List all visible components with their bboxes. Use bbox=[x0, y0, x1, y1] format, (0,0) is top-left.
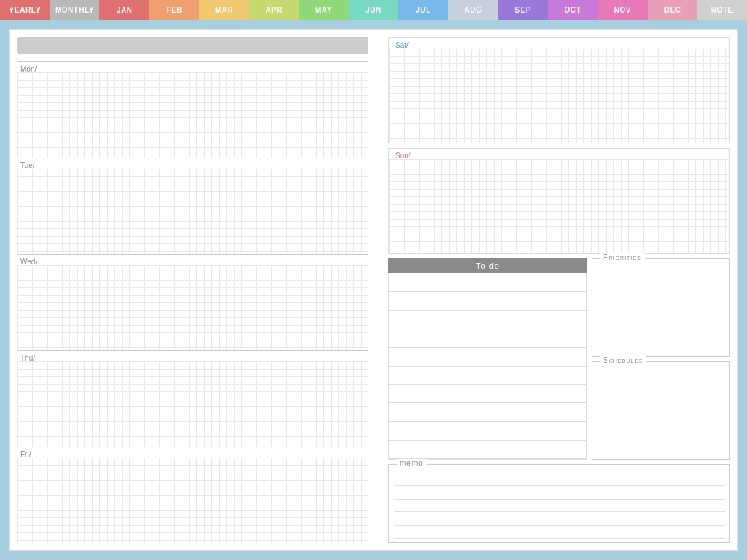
todo-line[interactable] bbox=[389, 403, 586, 422]
sun-section: Sun/ bbox=[388, 148, 730, 254]
todo-line[interactable] bbox=[389, 367, 586, 385]
tab-yearly[interactable]: YEARLY bbox=[0, 0, 50, 20]
tab-jan[interactable]: JAN bbox=[99, 0, 149, 20]
days-container: Mon/Tue/Wed/Thu/Fri/ bbox=[17, 61, 368, 543]
day-section-fri: Fri/ bbox=[17, 447, 368, 543]
todo-line[interactable] bbox=[389, 273, 586, 292]
memo-line[interactable] bbox=[394, 473, 725, 486]
todo-line[interactable] bbox=[389, 292, 586, 311]
memo-lines bbox=[389, 465, 729, 542]
tab-monthly[interactable]: MONTHLY bbox=[50, 0, 100, 20]
sat-label: Sat/ bbox=[392, 40, 412, 51]
priorities-label: Priorities bbox=[600, 253, 645, 261]
day-grid[interactable] bbox=[17, 72, 368, 158]
day-grid[interactable] bbox=[17, 458, 368, 543]
right-boxes: Priorities Schedules bbox=[592, 258, 730, 460]
day-section-thu: Thu/ bbox=[17, 350, 368, 447]
day-grid[interactable] bbox=[17, 361, 368, 447]
tab-oct[interactable]: OCT bbox=[548, 0, 598, 20]
day-label: Mon/ bbox=[19, 63, 38, 73]
memo-line[interactable] bbox=[394, 486, 725, 500]
tab-mar[interactable]: MAR bbox=[199, 0, 249, 20]
tab-feb[interactable]: FEB bbox=[149, 0, 199, 20]
todo-lines bbox=[388, 273, 587, 460]
tab-sep[interactable]: SEP bbox=[498, 0, 548, 20]
day-grid[interactable] bbox=[17, 265, 368, 350]
left-panel: Mon/Tue/Wed/Thu/Fri/ bbox=[17, 37, 376, 543]
priorities-box[interactable]: Priorities bbox=[592, 258, 730, 357]
day-grid[interactable] bbox=[17, 169, 368, 254]
right-panel: Sat/ Sun/ To do bbox=[388, 37, 730, 543]
todo-line[interactable] bbox=[389, 422, 586, 441]
bottom-right: To do Priorities bbox=[388, 258, 730, 460]
tab-apr[interactable]: APR bbox=[249, 0, 299, 20]
memo-line[interactable] bbox=[394, 526, 725, 539]
memo-label: memo bbox=[397, 459, 427, 467]
todo-line[interactable] bbox=[389, 441, 586, 459]
tab-may[interactable]: MAY bbox=[299, 0, 349, 20]
tab-aug[interactable]: AUG bbox=[448, 0, 498, 20]
day-section-mon: Mon/ bbox=[17, 61, 368, 158]
todo-line[interactable] bbox=[389, 385, 586, 403]
day-label: Thu/ bbox=[19, 352, 37, 362]
day-section-wed: Wed/ bbox=[17, 254, 368, 350]
memo-section[interactable]: memo bbox=[388, 464, 730, 543]
tab-dec[interactable]: DEC bbox=[648, 0, 698, 20]
todo-line[interactable] bbox=[389, 329, 586, 348]
todo-section: To do bbox=[388, 258, 587, 460]
day-label: Fri/ bbox=[19, 449, 32, 458]
tab-nov[interactable]: NOV bbox=[598, 0, 648, 20]
day-section-tue: Tue/ bbox=[17, 158, 368, 254]
sun-grid bbox=[389, 159, 729, 253]
memo-line[interactable] bbox=[394, 512, 725, 526]
tab-jul[interactable]: JUL bbox=[398, 0, 448, 20]
divider bbox=[382, 37, 382, 543]
tab-bar: YEARLYMONTHLYJANFEBMARAPRMAYJUNJULAUGSEP… bbox=[0, 0, 747, 20]
todo-line[interactable] bbox=[389, 311, 586, 329]
tab-jun[interactable]: JUN bbox=[349, 0, 399, 20]
title-bar bbox=[17, 37, 368, 54]
schedules-box[interactable]: Schedules bbox=[592, 361, 730, 460]
todo-line[interactable] bbox=[389, 348, 586, 367]
todo-header: To do bbox=[388, 258, 587, 273]
main-content: Mon/Tue/Wed/Thu/Fri/ Sat/ Sun/ To do bbox=[9, 29, 738, 551]
day-label: Tue/ bbox=[19, 160, 37, 169]
memo-line[interactable] bbox=[394, 500, 725, 513]
sun-label: Sun/ bbox=[392, 150, 414, 161]
sat-grid bbox=[389, 49, 729, 143]
schedules-label: Schedules bbox=[600, 356, 646, 364]
day-label: Wed/ bbox=[19, 256, 39, 266]
sat-section: Sat/ bbox=[388, 37, 730, 143]
tab-note[interactable]: NOTE bbox=[697, 0, 747, 20]
